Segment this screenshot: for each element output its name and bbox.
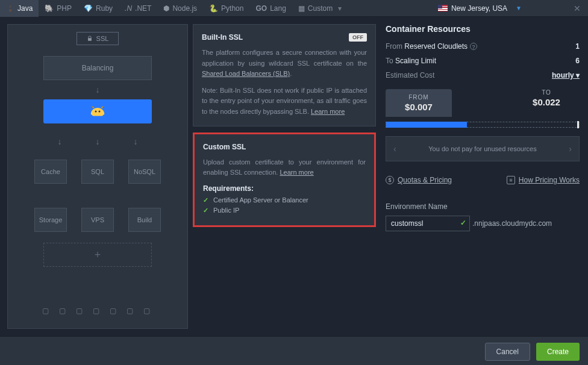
arrow-down-icon: ↓ [96, 85, 100, 95]
builtin-ssl-panel: Built-In SSL OFF The platform configures… [193, 24, 376, 126]
carousel-next[interactable]: › [569, 144, 572, 154]
storage-node[interactable]: Storage [34, 208, 67, 232]
app-server-node[interactable] [43, 99, 152, 123]
scaling-limit-row: To Scaling Limit 6 [386, 57, 580, 65]
tab-ruby[interactable]: 💎Ruby [78, 0, 119, 17]
java-icon [6, 4, 14, 13]
requirement-item: ✓Public IP [203, 207, 366, 214]
arrow-down-icon: ↓ [58, 137, 62, 146]
custom-ssl-panel: Custom SSL Upload custom certificate to … [193, 133, 376, 227]
nodejs-icon: ⬢ [163, 4, 169, 13]
off-badge[interactable]: OFF [349, 33, 367, 42]
cost-to-box: TO $0.022 [513, 89, 580, 117]
carousel-prev[interactable]: ‹ [393, 144, 396, 154]
cache-node[interactable]: Cache [34, 160, 67, 184]
check-icon: ✓ [460, 219, 466, 227]
gallery-icon[interactable]: ▢ [93, 307, 102, 316]
resources-column: Container Resources From Reserved Cloudl… [381, 17, 588, 336]
gallery-icon[interactable]: ▢ [127, 307, 136, 316]
lock-icon [87, 36, 93, 42]
tomcat-icon [89, 105, 107, 118]
php-icon: 🐘 [45, 4, 54, 13]
resources-title: Container Resources [386, 24, 580, 34]
tab-nodejs[interactable]: ⬢Node.js [157, 0, 203, 17]
cancel-button[interactable]: Cancel [485, 343, 530, 361]
requirement-item: ✓Certified App Server or Balancer [203, 196, 366, 204]
estimated-cost-row: Estimated Cost hourly ▾ [386, 71, 580, 80]
learn-more-link[interactable]: Learn more [311, 108, 345, 115]
sql-node[interactable]: SQL [81, 160, 114, 184]
cost-slider[interactable] [386, 122, 580, 128]
tab-python[interactable]: 🐍Python [203, 0, 249, 17]
cost-from-box: FROM $0.007 [386, 89, 452, 117]
check-icon: ✓ [203, 196, 208, 204]
arrow-down-icon: ↓ [96, 137, 100, 146]
check-icon: ✓ [203, 207, 208, 214]
language-tabs: Java 🐘PHP 💎Ruby .N.NET ⬢Node.js 🐍Python … [0, 0, 588, 17]
gallery-icon[interactable]: ▢ [110, 307, 119, 316]
tab-php[interactable]: 🐘PHP [39, 0, 78, 17]
gallery-icon[interactable]: ▢ [59, 307, 69, 316]
ssl-column: Built-In SSL OFF The platform configures… [188, 17, 381, 336]
dollar-icon: $ [386, 176, 394, 184]
builtin-ssl-title: Built-In SSL [202, 33, 243, 42]
python-icon: 🐍 [209, 4, 218, 13]
cost-period-selector[interactable]: hourly ▾ [552, 71, 580, 80]
tab-custom[interactable]: ▦Custom▾ [292, 0, 348, 17]
close-icon[interactable]: ✕ [574, 4, 581, 13]
chevron-down-icon: ▾ [338, 4, 342, 13]
add-node-button[interactable]: + [43, 243, 152, 267]
node-gallery: ▢ ▢ ▢ ▢ ▢ ▢ ▢ [42, 302, 153, 321]
env-name-label: Environment Name [386, 202, 580, 211]
ruby-icon: 💎 [84, 4, 93, 13]
how-pricing-link[interactable]: ≡How Pricing Works [507, 176, 580, 184]
create-button[interactable]: Create [536, 343, 580, 361]
gallery-icon[interactable]: ▢ [143, 307, 153, 316]
ssl-button[interactable]: SSL [77, 32, 119, 45]
builtin-desc-2: Note: Built-In SSL does not work if publ… [202, 86, 367, 117]
tab-go[interactable]: GOLang [249, 0, 292, 17]
gallery-icon[interactable]: ▢ [76, 307, 86, 316]
us-flag-icon [438, 5, 448, 11]
tab-dotnet[interactable]: .N.NET [119, 0, 157, 17]
quotas-link[interactable]: $Quotas & Pricing [386, 176, 452, 184]
footer: Cancel Create [0, 336, 588, 365]
vps-node[interactable]: VPS [81, 208, 114, 232]
learn-more-link[interactable]: Learn more [280, 169, 313, 176]
custom-desc: Upload custom certificate to your enviro… [203, 157, 366, 178]
builtin-desc-1: The platform configures a secure connect… [202, 48, 367, 80]
custom-ssl-title: Custom SSL [203, 143, 246, 151]
help-icon[interactable]: ? [470, 43, 477, 50]
dotnet-icon: .N [125, 4, 132, 13]
reserved-cloudlets-row: From Reserved Cloudlets? 1 [386, 42, 580, 51]
env-name-input[interactable] [386, 216, 470, 231]
slb-link[interactable]: Shared Load Balancers (SLB) [202, 70, 290, 77]
requirements-title: Requirements: [203, 184, 366, 193]
doc-icon: ≡ [507, 176, 515, 184]
gallery-icon[interactable]: ▢ [42, 307, 52, 316]
region-selector[interactable]: New Jersey, USA ▼ ✕ [431, 4, 588, 13]
chevron-down-icon: ▼ [516, 5, 522, 11]
tab-java[interactable]: Java [0, 0, 39, 17]
build-node[interactable]: Build [128, 208, 161, 232]
nosql-node[interactable]: NoSQL [128, 160, 161, 184]
info-carousel: ‹ You do not pay for unused resources › [386, 136, 580, 161]
go-icon: GO [255, 4, 267, 13]
balancing-node[interactable]: Balancing [43, 56, 152, 80]
env-domain: .nnjpaas.cloudmydc.com [472, 219, 552, 228]
topology-column: SSL Balancing ↓ ↓ ↓ ↓ Cache SQL NoSQL St… [7, 24, 188, 329]
custom-icon: ▦ [298, 4, 305, 13]
arrow-down-icon: ↓ [134, 137, 138, 146]
